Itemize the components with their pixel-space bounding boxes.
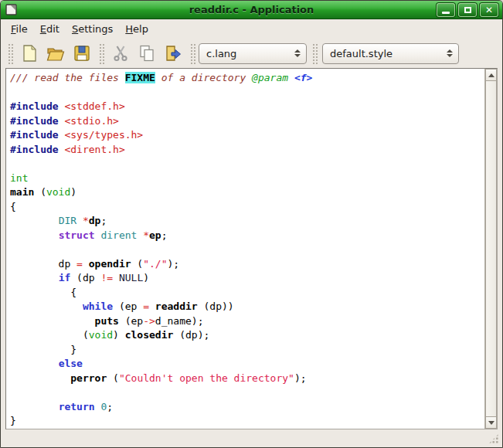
- combo-spinner-icon: [289, 44, 306, 63]
- scroll-up-button[interactable]: [485, 69, 497, 81]
- language-combo-value: c.lang: [199, 48, 289, 59]
- titlebar[interactable]: readdir.c - Application ✕: [1, 1, 502, 19]
- paste-icon: [164, 44, 182, 63]
- code-line: dp = opendir ("./");: [10, 257, 484, 272]
- maximize-button[interactable]: [458, 3, 477, 17]
- copy-icon: [138, 44, 156, 63]
- toolbar-grip[interactable]: [7, 42, 13, 64]
- style-combo-value: default.style: [323, 48, 441, 59]
- minimize-button[interactable]: [437, 3, 455, 17]
- code-line: #include <sys/types.h>: [10, 128, 484, 143]
- style-combo[interactable]: default.style: [322, 43, 459, 64]
- save-button[interactable]: [69, 41, 95, 66]
- code-line: [10, 243, 484, 257]
- window-title: readdir.c - Application: [1, 4, 502, 15]
- code-line: #include <stddef.h>: [10, 100, 484, 114]
- code-line: /// read the files FIXME of a directory …: [10, 71, 484, 86]
- menubar: FileEditSettingsHelp: [1, 19, 502, 39]
- code-line: {: [10, 200, 484, 215]
- paste-button[interactable]: [160, 41, 186, 66]
- code-line: int: [10, 171, 484, 186]
- code-line: perror ("Couldn't open the directory");: [10, 372, 484, 386]
- open-file-button[interactable]: [42, 41, 69, 66]
- code-line: struct dirent *ep;: [10, 229, 484, 243]
- code-line: }: [10, 414, 484, 429]
- code-line: #include <stdio.h>: [10, 114, 484, 129]
- cut-button[interactable]: [107, 41, 134, 66]
- minimize-icon: [442, 12, 450, 14]
- code-line: (void) closedir (dp);: [10, 328, 484, 343]
- save-icon: [73, 44, 91, 63]
- scroll-down-icon: [488, 421, 495, 425]
- resize-grip[interactable]: [488, 433, 499, 444]
- code-line: }: [10, 343, 484, 358]
- new-file-button[interactable]: [16, 41, 42, 66]
- code-line: else: [10, 357, 484, 372]
- toolbar-grip[interactable]: [98, 42, 104, 64]
- code-line: if (dp != NULL): [10, 271, 484, 286]
- code-line: {: [10, 286, 484, 300]
- editor-frame: /// read the files FIXME of a directory …: [5, 68, 498, 429]
- code-area[interactable]: /// read the files FIXME of a directory …: [6, 69, 484, 429]
- new-document-icon: [20, 44, 39, 63]
- scroll-down-button[interactable]: [485, 416, 497, 429]
- code-line: return 0;: [10, 400, 484, 415]
- scroll-up-icon: [488, 73, 495, 77]
- toolbar-grip[interactable]: [189, 42, 195, 64]
- code-line: [10, 385, 484, 400]
- menu-item-help[interactable]: Help: [119, 21, 155, 37]
- copy-button[interactable]: [134, 41, 160, 66]
- code-line: while (ep = readdir (dp)): [10, 300, 484, 314]
- menu-item-edit[interactable]: Edit: [34, 21, 66, 37]
- app-window: readdir.c - Application ✕ FileEditSettin…: [0, 0, 503, 448]
- open-folder-icon: [46, 44, 65, 63]
- menu-item-file[interactable]: File: [5, 21, 34, 37]
- statusbar: [1, 429, 502, 447]
- close-button[interactable]: ✕: [480, 3, 498, 17]
- toolbar-grip[interactable]: [311, 42, 318, 64]
- code-line: #include <dirent.h>: [10, 143, 484, 158]
- scrollbar-thumb[interactable]: [485, 81, 497, 416]
- code-line: DIR *dp;: [10, 214, 484, 229]
- code-line: [10, 86, 484, 100]
- code-line: puts (ep->d_name);: [10, 314, 484, 329]
- cut-icon: [111, 44, 130, 63]
- window-menu-icon[interactable]: [5, 4, 17, 15]
- code-line: [10, 157, 484, 171]
- vertical-scrollbar[interactable]: [484, 69, 497, 429]
- menu-item-settings[interactable]: Settings: [66, 21, 119, 37]
- close-icon: ✕: [485, 5, 493, 15]
- toolbar: c.lang default.style: [1, 39, 502, 68]
- code-line: main (void): [10, 185, 484, 200]
- window-controls: ✕: [437, 3, 498, 17]
- language-combo[interactable]: c.lang: [199, 43, 307, 64]
- combo-spinner-icon: [441, 44, 458, 63]
- maximize-icon: [464, 7, 471, 13]
